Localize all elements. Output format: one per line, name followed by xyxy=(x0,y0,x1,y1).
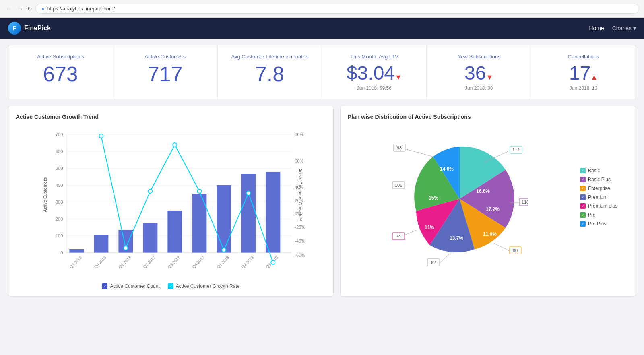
svg-text:600: 600 xyxy=(56,149,63,154)
bar-chart-title: Active Customer Growth Trend xyxy=(16,114,326,120)
legend-premium-label: Premium xyxy=(588,194,607,200)
pie-legend: ✓ Basic ✓ Basic Plus ✓ Enterprise ✓ Prem… xyxy=(580,168,628,230)
legend-basic-color: ✓ xyxy=(580,168,586,173)
svg-text:200: 200 xyxy=(56,217,63,221)
kpi-active-customers-value: 717 xyxy=(123,64,208,85)
kpi-new-subscriptions-label: New Subscriptions xyxy=(436,54,521,60)
kpi-new-subscriptions-value: 36▼ xyxy=(436,64,521,83)
legend-pro-plus-label: Pro Plus xyxy=(588,221,606,227)
trend-down-icon: ▼ xyxy=(395,73,402,81)
svg-point-48 xyxy=(197,189,201,193)
legend-pro-label: Pro xyxy=(588,212,596,218)
kpi-cancellations-value: 17▲ xyxy=(541,64,626,83)
browser-chrome: ← → ↻ ● https://analytics.finepick.com/ xyxy=(0,0,644,18)
kpi-new-subscriptions-sub: Jun 2018: 88 xyxy=(436,85,521,91)
svg-text:Active Customers: Active Customers xyxy=(43,177,47,212)
legend-bar-label: Active Customer Count xyxy=(110,283,159,289)
combo-chart-svg: 700 600 500 400 300 200 100 0 Active Cus… xyxy=(16,126,326,279)
svg-point-50 xyxy=(246,191,250,195)
legend-pro-plus: ✓ Pro Plus xyxy=(580,221,628,227)
lock-icon: ● xyxy=(41,6,44,12)
legend-basic-plus-color: ✓ xyxy=(580,177,586,182)
kpi-active-customers: Active Customers 717 xyxy=(113,45,218,99)
legend-premium-color: ✓ xyxy=(580,194,586,200)
legend-basic-plus: ✓ Basic Plus xyxy=(580,177,628,182)
legend-enterprise-label: Enterprise xyxy=(588,186,610,191)
combo-chart-container: 700 600 500 400 300 200 100 0 Active Cus… xyxy=(16,126,326,279)
legend-premium-plus-label: Premium plus xyxy=(588,203,617,209)
legend-bar: ✓ Active Customer Count xyxy=(102,283,159,289)
svg-text:74: 74 xyxy=(396,234,401,239)
svg-rect-30 xyxy=(167,211,182,253)
kpi-avg-lifetime-label: Avg Customer Lifetime in months xyxy=(227,54,312,60)
svg-text:700: 700 xyxy=(56,132,63,137)
legend-line: ✓ Active Customer Growth Rate xyxy=(168,283,240,289)
svg-text:14.6%: 14.6% xyxy=(440,166,454,172)
reload-button[interactable]: ↻ xyxy=(27,6,32,12)
svg-text:15%: 15% xyxy=(429,195,438,201)
svg-text:Q4 2016: Q4 2016 xyxy=(93,255,107,269)
kpi-active-customers-label: Active Customers xyxy=(123,54,208,60)
kpi-cancellations: Cancellations 17▲ Jun 2018: 13 xyxy=(531,45,636,99)
nav-home[interactable]: Home xyxy=(589,25,604,31)
main-content: Active Subscriptions 673 Active Customer… xyxy=(0,39,644,303)
legend-line-icon: ✓ xyxy=(168,283,173,289)
svg-text:11.9%: 11.9% xyxy=(483,231,497,237)
back-button[interactable]: ← xyxy=(5,5,13,13)
kpi-active-subscriptions-label: Active Subscriptions xyxy=(18,54,103,60)
svg-point-45 xyxy=(124,246,128,250)
address-bar[interactable]: ● https://analytics.finepick.com/ xyxy=(35,4,639,14)
svg-text:Q2 2017: Q2 2017 xyxy=(142,255,156,269)
svg-text:0: 0 xyxy=(60,250,63,255)
svg-rect-29 xyxy=(143,223,157,253)
svg-point-44 xyxy=(99,134,103,138)
legend-line-label: Active Customer Growth Rate xyxy=(176,283,240,289)
kpi-cancellations-label: Cancellations xyxy=(541,54,626,60)
svg-text:98: 98 xyxy=(397,145,402,150)
nav-user[interactable]: Charles ▾ xyxy=(612,25,636,31)
kpi-row: Active Subscriptions 673 Active Customer… xyxy=(8,45,636,99)
legend-premium: ✓ Premium xyxy=(580,194,628,200)
svg-point-47 xyxy=(173,143,177,147)
kpi-active-subscriptions-value: 673 xyxy=(18,64,103,85)
legend-basic-label: Basic xyxy=(588,168,600,173)
svg-text:-20%: -20% xyxy=(295,225,305,229)
legend-pro: ✓ Pro xyxy=(580,212,628,218)
svg-text:Q2 2018: Q2 2018 xyxy=(240,255,254,269)
legend-enterprise-color: ✓ xyxy=(580,186,586,191)
kpi-avg-lifetime: Avg Customer Lifetime in months 7.8 xyxy=(218,45,322,99)
svg-text:-40%: -40% xyxy=(295,239,305,244)
svg-text:-60%: -60% xyxy=(295,253,305,258)
svg-text:Q3 2017: Q3 2017 xyxy=(167,255,181,269)
svg-text:11%: 11% xyxy=(425,225,434,230)
svg-text:Q4 2017: Q4 2017 xyxy=(191,255,205,269)
legend-premium-plus: ✓ Premium plus xyxy=(580,203,628,209)
legend-basic-plus-label: Basic Plus xyxy=(588,177,611,182)
svg-text:16.6%: 16.6% xyxy=(476,188,490,194)
svg-text:100: 100 xyxy=(56,233,63,238)
kpi-avg-lifetime-value: 7.8 xyxy=(227,64,312,85)
pie-container: 16.6% 17.2% 11.9% 13.7% 11% 15% 14.6% 98 xyxy=(348,126,628,271)
svg-text:Q1 2017: Q1 2017 xyxy=(118,255,132,269)
bar-chart-panel: Active Customer Growth Trend 700 600 500 xyxy=(8,106,334,297)
trend-down-icon-2: ▼ xyxy=(486,73,493,81)
kpi-avg-ltv: This Month: Avg LTV $3.04▼ Jun 2018: $9.… xyxy=(322,45,427,99)
svg-text:17.2%: 17.2% xyxy=(486,206,500,212)
kpi-avg-ltv-label: This Month: Avg LTV xyxy=(332,54,417,60)
kpi-avg-ltv-sub: Jun 2018: $9.56 xyxy=(332,85,417,91)
forward-button[interactable]: → xyxy=(16,5,24,13)
legend-enterprise: ✓ Enterprise xyxy=(580,186,628,191)
trend-up-icon: ▲ xyxy=(590,73,598,81)
legend-pro-plus-color: ✓ xyxy=(580,221,586,227)
navbar: F FinePick Home Charles ▾ xyxy=(0,18,644,39)
svg-line-73 xyxy=(440,251,452,263)
svg-text:13.7%: 13.7% xyxy=(450,235,463,241)
svg-line-70 xyxy=(494,243,510,251)
kpi-avg-ltv-value: $3.04▼ xyxy=(332,64,417,83)
kpi-active-subscriptions: Active Subscriptions 673 xyxy=(8,45,113,99)
legend-pro-color: ✓ xyxy=(580,212,586,218)
svg-text:80%: 80% xyxy=(295,132,303,137)
svg-text:60%: 60% xyxy=(295,159,303,163)
nav-links: Home Charles ▾ xyxy=(589,25,636,31)
svg-text:Q3 2016: Q3 2016 xyxy=(68,255,83,269)
